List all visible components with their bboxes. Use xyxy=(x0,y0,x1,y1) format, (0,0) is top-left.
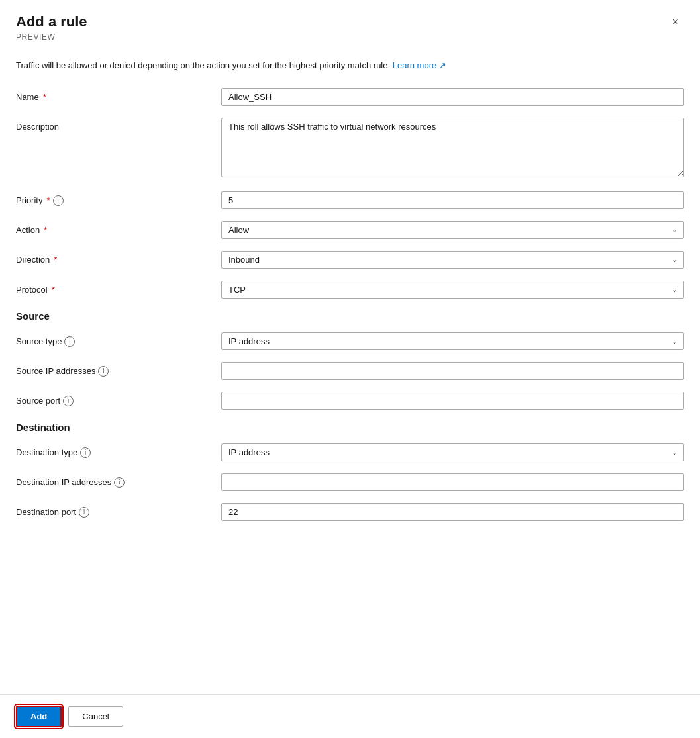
priority-control xyxy=(221,191,684,209)
info-text: Traffic will be allowed or denied depend… xyxy=(16,59,684,72)
dialog-subtitle: PREVIEW xyxy=(16,32,87,42)
protocol-select-wrapper: TCP UDP Any ICMP ⌄ xyxy=(221,281,684,299)
protocol-required: * xyxy=(52,285,55,295)
name-input[interactable] xyxy=(221,88,684,106)
source-ip-info-icon[interactable]: i xyxy=(98,366,109,377)
source-ip-control xyxy=(221,362,684,380)
header-title-group: Add a rule PREVIEW xyxy=(16,13,87,42)
dialog-footer: Add Cancel xyxy=(0,694,700,738)
dest-port-label: Destination port i xyxy=(16,503,221,518)
dest-port-info-icon[interactable]: i xyxy=(79,507,89,518)
direction-label: Direction* xyxy=(16,251,221,265)
protocol-select[interactable]: TCP UDP Any ICMP xyxy=(221,281,684,299)
source-port-row: Source port i xyxy=(16,392,684,410)
dest-port-control xyxy=(221,503,684,521)
direction-row: Direction* Inbound Outbound ⌄ xyxy=(16,251,684,269)
description-control xyxy=(221,118,684,179)
action-required: * xyxy=(44,225,47,235)
protocol-label: Protocol* xyxy=(16,281,221,295)
priority-row: Priority* i xyxy=(16,191,684,209)
protocol-row: Protocol* TCP UDP Any ICMP ⌄ xyxy=(16,281,684,299)
action-label: Action* xyxy=(16,221,221,235)
dest-ip-info-icon[interactable]: i xyxy=(114,477,125,488)
direction-control: Inbound Outbound ⌄ xyxy=(221,251,684,269)
name-control xyxy=(221,88,684,106)
dest-type-control: IP address Service Tag Application secur… xyxy=(221,443,684,461)
action-select[interactable]: Allow Deny xyxy=(221,221,684,239)
dest-ip-row: Destination IP addresses i xyxy=(16,473,684,491)
dest-type-label: Destination type i xyxy=(16,443,221,458)
dest-type-info-icon[interactable]: i xyxy=(80,447,91,458)
priority-required: * xyxy=(46,195,50,205)
description-row: Description xyxy=(16,118,684,179)
source-type-info-icon[interactable]: i xyxy=(64,336,75,347)
dest-type-row: Destination type i IP address Service Ta… xyxy=(16,443,684,461)
direction-select[interactable]: Inbound Outbound xyxy=(221,251,684,269)
source-ip-input[interactable] xyxy=(221,362,684,380)
source-type-row: Source type i IP address Service Tag App… xyxy=(16,332,684,350)
dest-port-input[interactable] xyxy=(221,503,684,521)
dialog-body: Traffic will be allowed or denied depend… xyxy=(0,48,700,694)
description-label: Description xyxy=(16,118,221,132)
source-port-control xyxy=(221,392,684,410)
source-ip-row: Source IP addresses i xyxy=(16,362,684,380)
dialog-header: Add a rule PREVIEW × xyxy=(0,0,700,48)
source-type-select-wrapper: IP address Service Tag Application secur… xyxy=(221,332,684,350)
source-port-info-icon[interactable]: i xyxy=(63,396,74,406)
close-button[interactable]: × xyxy=(666,13,684,30)
dest-ip-control xyxy=(221,473,684,491)
cancel-button[interactable]: Cancel xyxy=(68,706,123,727)
direction-select-wrapper: Inbound Outbound ⌄ xyxy=(221,251,684,269)
dest-ip-label: Destination IP addresses i xyxy=(16,473,221,488)
description-input[interactable] xyxy=(221,118,684,177)
name-label: Name* xyxy=(16,88,221,102)
source-heading: Source xyxy=(16,310,684,322)
protocol-control: TCP UDP Any ICMP ⌄ xyxy=(221,281,684,299)
priority-input[interactable] xyxy=(221,191,684,209)
name-required: * xyxy=(43,92,46,102)
direction-required: * xyxy=(54,255,57,265)
dest-type-select-wrapper: IP address Service Tag Application secur… xyxy=(221,443,684,461)
dialog-title: Add a rule xyxy=(16,13,87,30)
action-select-wrapper: Allow Deny ⌄ xyxy=(221,221,684,239)
action-row: Action* Allow Deny ⌄ xyxy=(16,221,684,239)
priority-info-icon[interactable]: i xyxy=(53,195,64,206)
priority-label: Priority* i xyxy=(16,191,221,206)
dest-ip-input[interactable] xyxy=(221,473,684,491)
source-type-label: Source type i xyxy=(16,332,221,347)
add-rule-dialog: Add a rule PREVIEW × Traffic will be all… xyxy=(0,0,700,738)
destination-heading: Destination xyxy=(16,422,684,433)
action-control: Allow Deny ⌄ xyxy=(221,221,684,239)
source-port-label: Source port i xyxy=(16,392,221,406)
name-row: Name* xyxy=(16,88,684,106)
info-text-content: Traffic will be allowed or denied depend… xyxy=(16,60,390,70)
dest-port-row: Destination port i xyxy=(16,503,684,521)
dest-type-select[interactable]: IP address Service Tag Application secur… xyxy=(221,443,684,461)
source-type-select[interactable]: IP address Service Tag Application secur… xyxy=(221,332,684,350)
add-button[interactable]: Add xyxy=(16,706,62,727)
source-type-control: IP address Service Tag Application secur… xyxy=(221,332,684,350)
source-port-input[interactable] xyxy=(221,392,684,410)
learn-more-link[interactable]: Learn more ↗ xyxy=(393,60,446,70)
source-ip-label: Source IP addresses i xyxy=(16,362,221,377)
